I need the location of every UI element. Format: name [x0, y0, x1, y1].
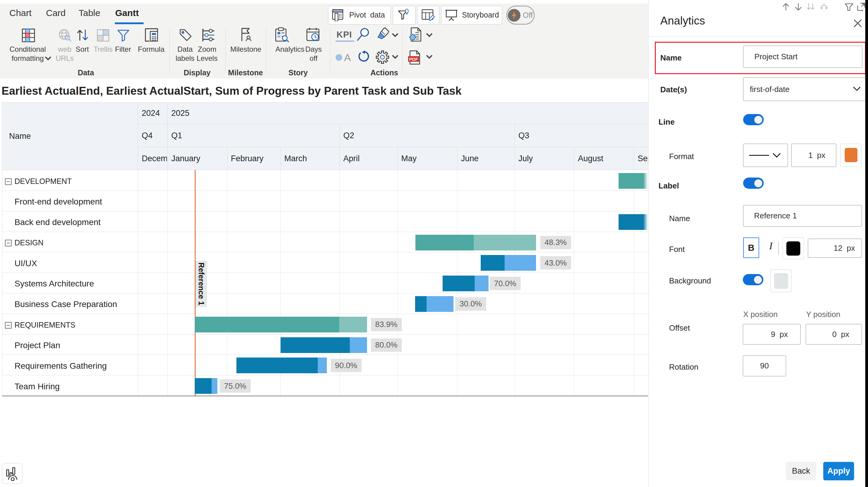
svg-text:A: A	[344, 52, 351, 63]
svg-text:PDF: PDF	[409, 57, 418, 62]
